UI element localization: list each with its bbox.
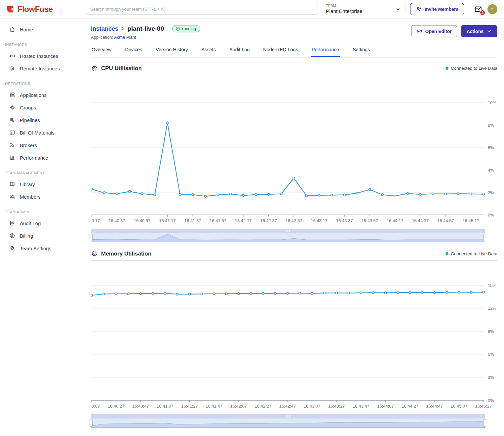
sidebar-item-hosted-instances[interactable]: Hosted Instances xyxy=(0,50,82,62)
svg-text:16:43:27: 16:43:27 xyxy=(328,404,345,409)
svg-text:6%: 6% xyxy=(488,352,494,357)
svg-text:16:45:17: 16:45:17 xyxy=(462,218,479,223)
live-status-dot xyxy=(446,252,448,255)
svg-text:9%: 9% xyxy=(488,329,494,334)
svg-text:16:43:47: 16:43:47 xyxy=(353,404,369,409)
sidebar-item-pipelines[interactable]: Pipelines xyxy=(0,114,82,126)
sidebar-item-label: Groups xyxy=(20,105,36,110)
svg-text:16:43:17: 16:43:17 xyxy=(311,218,328,223)
svg-text:16:41:57: 16:41:57 xyxy=(210,218,226,223)
notifications-button[interactable]: 2 xyxy=(474,5,483,13)
svg-text:0:07: 0:07 xyxy=(92,404,100,409)
tab-bar: OverviewDevicesVersion HistoryAssetsAudi… xyxy=(91,47,497,58)
svg-text:16:44:27: 16:44:27 xyxy=(402,404,418,409)
sidebar-item-groups[interactable]: Groups xyxy=(0,101,82,114)
team-settings-icon xyxy=(9,245,16,252)
performance-icon xyxy=(9,154,16,161)
sidebar-item-bill-of-materials[interactable]: Bill Of Materials xyxy=(0,126,82,139)
team-selector[interactable]: TEAM: Plant Enterprise xyxy=(326,4,401,15)
main-content: Instances > plant-live-00 running Applic… xyxy=(82,19,504,436)
sidebar-item-billing[interactable]: Billing xyxy=(0,229,82,242)
memory-chip-icon xyxy=(91,250,98,257)
groups-icon xyxy=(9,104,16,111)
svg-text:16:41:17: 16:41:17 xyxy=(159,218,176,223)
cpu-live-status: Connected to Live Data xyxy=(446,66,497,71)
cpu-chip-icon xyxy=(91,65,98,72)
sidebar-item-label: Performance xyxy=(20,155,48,161)
sidebar-item-label: Home xyxy=(20,27,33,32)
invite-members-button[interactable]: Invite Members xyxy=(410,3,464,15)
tab-overview[interactable]: Overview xyxy=(91,47,112,57)
status-badge-label: running xyxy=(182,26,196,31)
open-editor-label: Open Editor xyxy=(425,29,452,34)
open-editor-button[interactable]: Open Editor xyxy=(411,25,457,37)
instance-name: plant-live-00 xyxy=(127,25,164,32)
cpu-chart: 0%2%4%6%8%10%0:1716:40:3716:40:5716:41:1… xyxy=(91,77,497,226)
avatar[interactable]: fl xyxy=(487,4,497,14)
library-icon xyxy=(9,181,16,187)
svg-text:16:40:57: 16:40:57 xyxy=(134,218,151,223)
sidebar-item-team-settings[interactable]: Team Settings xyxy=(0,242,82,255)
svg-text:16:42:27: 16:42:27 xyxy=(255,404,272,409)
remote-instances-icon xyxy=(9,65,16,72)
members-icon xyxy=(9,193,16,200)
team-label: TEAM: xyxy=(326,4,362,8)
memory-live-status: Connected to Live Data xyxy=(446,251,497,256)
pipelines-icon xyxy=(9,117,16,123)
tab-node-red-logs[interactable]: Node-RED Logs xyxy=(262,47,299,57)
sidebar-item-label: Audit Log xyxy=(20,220,41,226)
navigator-handle-right[interactable] xyxy=(483,234,486,241)
sidebar-item-label: Bill Of Materials xyxy=(20,130,55,136)
svg-text:16:43:37: 16:43:37 xyxy=(336,218,353,223)
tab-assets[interactable]: Assets xyxy=(201,47,217,57)
cpu-chart-svg: 0%2%4%6%8%10%0:1716:40:3716:40:5716:41:1… xyxy=(91,77,497,226)
tab-performance[interactable]: Performance xyxy=(311,47,340,57)
actions-label: Actions xyxy=(467,29,484,34)
svg-text:16:40:27: 16:40:27 xyxy=(108,404,125,409)
tab-settings[interactable]: Settings xyxy=(352,47,370,57)
tab-devices[interactable]: Devices xyxy=(124,47,143,57)
application-link[interactable]: Acme Plant xyxy=(114,35,136,40)
sidebar-item-applications[interactable]: Applications xyxy=(0,89,82,101)
svg-text:16:40:37: 16:40:37 xyxy=(108,218,125,223)
svg-text:16:42:47: 16:42:47 xyxy=(279,404,296,409)
search-input[interactable] xyxy=(86,4,318,15)
breadcrumb-instances-link[interactable]: Instances xyxy=(91,25,118,32)
navigator-handle-right[interactable] xyxy=(483,419,486,427)
svg-text:16:43:57: 16:43:57 xyxy=(361,218,378,223)
sidebar-item-members[interactable]: Members xyxy=(0,190,82,203)
navigator-handle-left[interactable] xyxy=(90,234,93,241)
divider xyxy=(469,5,469,14)
sidebar-section-heading-team-admin: TEAM ADMIN xyxy=(5,210,82,214)
navigator-grip[interactable] xyxy=(91,414,485,418)
sidebar-item-audit-log[interactable]: Audit Log xyxy=(0,217,82,229)
home-icon xyxy=(9,26,16,33)
application-line: Application: Acme Plant xyxy=(91,35,200,40)
actions-button[interactable]: Actions xyxy=(461,25,497,37)
sidebar-item-label: Hosted Instances xyxy=(20,53,58,59)
tab-audit-log[interactable]: Audit Log xyxy=(229,47,250,57)
navigator-handle-left[interactable] xyxy=(90,419,93,427)
svg-text:16:44:47: 16:44:47 xyxy=(426,404,443,409)
applications-icon xyxy=(9,92,16,98)
navigator-grip[interactable] xyxy=(91,229,485,233)
svg-text:3%: 3% xyxy=(488,375,494,380)
brand-logo[interactable]: FlowFuse xyxy=(0,5,82,14)
cpu-utilisation-section: CPU Utilisation Connected to Live Data 0… xyxy=(91,65,497,242)
sidebar-section-heading-operations: OPERATIONS xyxy=(5,82,82,86)
sidebar-item-brokers[interactable]: Brokers xyxy=(0,139,82,151)
sidebar-item-label: Remote Instances xyxy=(20,66,60,71)
svg-text:16:44:17: 16:44:17 xyxy=(387,218,404,223)
navigator-area[interactable] xyxy=(91,233,485,242)
svg-text:16:42:17: 16:42:17 xyxy=(235,218,252,223)
sidebar-item-remote-instances[interactable]: Remote Instances xyxy=(0,62,82,75)
sidebar-item-label: Members xyxy=(20,194,41,200)
sidebar-item-performance[interactable]: Performance xyxy=(0,151,82,164)
svg-text:4%: 4% xyxy=(488,168,494,173)
sidebar-item-library[interactable]: Library xyxy=(0,178,82,190)
svg-text:16:44:57: 16:44:57 xyxy=(437,218,454,223)
sidebar-item-home[interactable]: Home xyxy=(0,23,82,36)
navigator-area[interactable] xyxy=(91,418,485,428)
tab-version-history[interactable]: Version History xyxy=(155,47,189,57)
bill-of-materials-icon xyxy=(9,129,16,136)
